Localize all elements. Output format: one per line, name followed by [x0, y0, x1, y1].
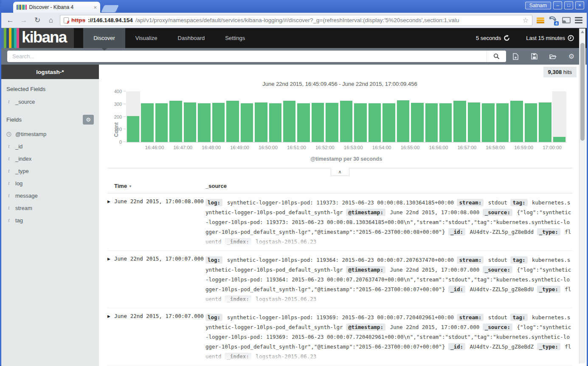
histogram-bar-slot: [396, 91, 410, 142]
histogram-bar[interactable]: [269, 103, 281, 142]
histogram-bar[interactable]: [525, 103, 537, 142]
histogram-bar[interactable]: [411, 103, 423, 142]
scrollbar-thumb[interactable]: [580, 43, 585, 141]
histogram-bar[interactable]: [212, 103, 225, 142]
histogram-bar[interactable]: [468, 102, 480, 142]
field-badge: _type:: [537, 228, 560, 235]
field-item-id[interactable]: t_id: [1, 140, 99, 153]
kibana-favicon-icon: [17, 5, 27, 10]
row-fade-overlay: [205, 350, 572, 360]
insecure-page-icon[interactable]: [64, 17, 69, 23]
new-tab-button[interactable]: [101, 5, 119, 12]
url-host: ://146.148.94.154: [88, 17, 133, 23]
browser-tab[interactable]: Discover - Kibana 4 ×: [13, 2, 100, 13]
histogram-bar-slot: [240, 91, 254, 142]
browser-menu-button[interactable]: [575, 17, 582, 23]
histogram-bar[interactable]: [496, 103, 509, 142]
time-range-control[interactable]: Last 15 minutes: [526, 35, 574, 41]
expand-row-caret[interactable]: ▶: [107, 198, 114, 245]
histogram-bar[interactable]: [453, 101, 466, 142]
histogram-bar[interactable]: [354, 103, 366, 142]
field-item-timestamp[interactable]: @timestamp: [1, 128, 99, 140]
field-item-index[interactable]: t_index: [1, 153, 99, 165]
histogram-bar[interactable]: [439, 103, 452, 142]
row-source-value: log: synthetic-logger-10lps-pod: 119373:…: [205, 198, 572, 245]
histogram-bar[interactable]: [397, 100, 409, 142]
histogram-bar[interactable]: [369, 103, 381, 142]
histogram-bar-slot: [254, 91, 268, 142]
search-input[interactable]: [7, 53, 487, 60]
histogram-bar[interactable]: [226, 101, 239, 142]
field-item-source[interactable]: t_source: [1, 96, 99, 108]
histogram-bar[interactable]: [383, 103, 395, 142]
reload-button[interactable]: ↻: [33, 16, 42, 25]
histogram-bar[interactable]: [184, 102, 196, 142]
window-maximize-button[interactable]: □: [564, 1, 573, 9]
open-search-button[interactable]: [543, 52, 562, 60]
search-submit-button[interactable]: [487, 51, 506, 62]
home-button[interactable]: ⌂: [46, 16, 56, 25]
x-axis-tick-label: 16:57:00: [457, 145, 476, 150]
url-bar[interactable]: https ://146.148.94.154 /api/v1/proxy/na…: [60, 15, 532, 26]
nav-tab-discover[interactable]: Discover: [83, 28, 125, 48]
back-button[interactable]: ←: [6, 16, 15, 25]
histogram-bar[interactable]: [155, 103, 168, 142]
field-settings-button[interactable]: ⚙: [83, 115, 94, 125]
histogram-bar-slot: [481, 91, 495, 142]
notes-extension-icon[interactable]: [537, 17, 544, 23]
phone-extension-icon[interactable]: 4: [549, 16, 558, 25]
window-minimize-button[interactable]: –: [553, 1, 562, 9]
histogram-bar[interactable]: [198, 103, 210, 142]
histogram-bar[interactable]: [255, 102, 267, 142]
histogram-bar[interactable]: [326, 103, 338, 142]
string-field-icon: t: [6, 193, 11, 199]
index-pattern-header[interactable]: logstash-*: [1, 65, 99, 79]
nav-tab-dashboard[interactable]: Dashboard: [168, 28, 215, 48]
tab-close-icon[interactable]: ×: [93, 4, 97, 11]
field-item-message[interactable]: tmessage: [1, 190, 99, 202]
histogram-bar[interactable]: [482, 103, 494, 142]
browser-profile-chip[interactable]: Satnam: [525, 2, 551, 9]
histogram-bar[interactable]: [553, 137, 565, 142]
save-search-button[interactable]: [525, 52, 543, 60]
histogram-bar[interactable]: [312, 103, 324, 142]
x-axis-tick-label: 16:47:00: [173, 145, 192, 150]
row-source-value: log: synthetic-logger-10lps-pod: 119364:…: [205, 255, 572, 303]
histogram-bar[interactable]: [127, 116, 139, 142]
field-item-tag[interactable]: ttag: [1, 214, 99, 227]
expand-row-caret[interactable]: ▶: [107, 255, 114, 303]
field-badge: _index:: [225, 238, 251, 245]
expand-row-caret[interactable]: ▶: [107, 312, 114, 360]
time-column-header[interactable]: Time▼: [114, 183, 205, 189]
string-field-icon: t: [6, 180, 11, 187]
cast-extension-icon[interactable]: [562, 17, 571, 23]
bookmark-star-icon[interactable]: ☆: [523, 16, 529, 24]
field-item-stream[interactable]: tstream: [1, 202, 99, 214]
settings-gear-button[interactable]: ⚙: [562, 52, 581, 60]
histogram-bar[interactable]: [340, 101, 352, 142]
field-badge: _source:: [483, 266, 512, 273]
y-axis-tick-mark: [124, 142, 126, 142]
histogram-bar[interactable]: [539, 102, 551, 142]
histogram-bar[interactable]: [283, 101, 295, 142]
histogram-bar[interactable]: [141, 103, 153, 142]
nav-tab-settings[interactable]: Settings: [215, 28, 255, 48]
histogram-bar[interactable]: [241, 103, 253, 142]
histogram-bar[interactable]: [510, 101, 523, 142]
field-item-type[interactable]: t_type: [1, 165, 99, 177]
histogram-bar[interactable]: [297, 103, 309, 142]
collapse-chart-button[interactable]: ∧: [331, 168, 349, 176]
histogram-chart: Count 0100200300400 16:46:0016:47:0016:4…: [126, 91, 566, 162]
nav-tab-visualize[interactable]: Visualize: [125, 28, 168, 48]
window-close-button[interactable]: ×: [575, 1, 584, 9]
forward-button[interactable]: →: [19, 16, 28, 25]
field-item-log[interactable]: tlog: [1, 177, 99, 190]
scrollbar-up-arrow-icon[interactable]: [581, 31, 584, 33]
field-name: _index: [15, 156, 31, 162]
kibana-logo[interactable]: kibana: [1, 28, 74, 48]
browser-scrollbar[interactable]: [579, 28, 585, 363]
histogram-bar[interactable]: [425, 103, 438, 142]
histogram-bar[interactable]: [169, 101, 182, 142]
refresh-interval-control[interactable]: 5 seconds: [476, 35, 510, 41]
new-search-button[interactable]: [506, 52, 525, 60]
